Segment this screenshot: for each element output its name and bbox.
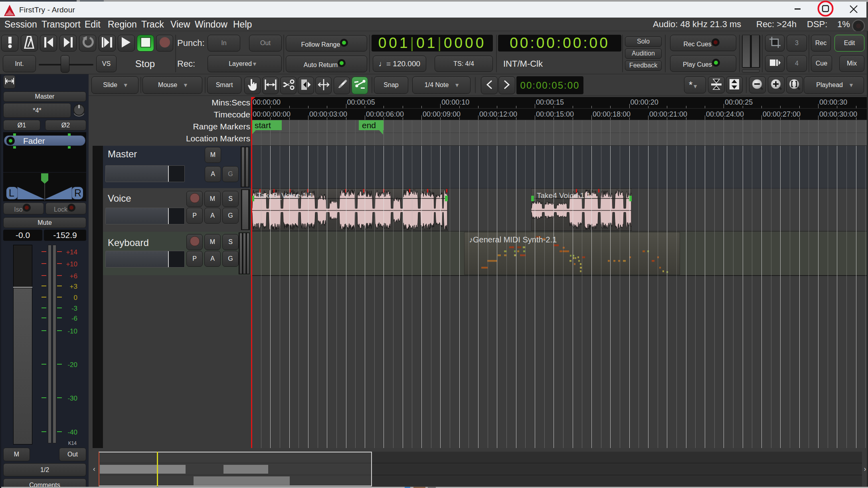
- svg-text:end: end: [362, 121, 376, 130]
- svg-text:start: start: [255, 121, 271, 130]
- svg-text:L: L: [9, 187, 14, 198]
- svg-text:R: R: [74, 187, 81, 198]
